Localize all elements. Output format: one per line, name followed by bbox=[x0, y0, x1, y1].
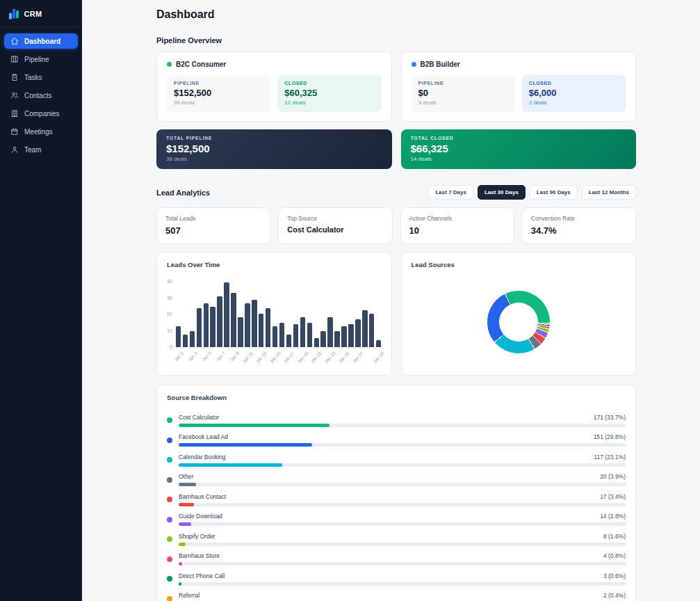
leads-over-time-card: Leads Over Time 403020100 Jan 1Jan 3Jan … bbox=[156, 252, 392, 376]
total-pipeline-card: TOTAL PIPELINE$152,50038 deals bbox=[156, 129, 392, 169]
pipeline-card: B2C ConsumerPIPELINE$152,50035 dealsCLOS… bbox=[156, 51, 392, 122]
sidebar-item-pipeline[interactable]: Pipeline bbox=[4, 51, 78, 67]
source-count: 4 (0.8%) bbox=[603, 552, 626, 559]
source-count: 171 (33.7%) bbox=[594, 414, 626, 421]
source-progress-fill bbox=[179, 424, 329, 427]
filter-last-90-days[interactable]: Last 90 Days bbox=[530, 185, 578, 200]
pipeline-stat-box: PIPELINE$152,50035 deals bbox=[167, 75, 270, 112]
pipeline-name: B2B Builder bbox=[421, 61, 460, 68]
source-count: 3 (0.6%) bbox=[603, 572, 626, 579]
lead-stat-cards: Total Leads507Top SourceCost CalculatorA… bbox=[156, 207, 636, 244]
source-progress-track bbox=[179, 503, 626, 506]
stat-box-amount: $152,500 bbox=[174, 88, 263, 98]
filter-last-30-days[interactable]: Last 30 Days bbox=[478, 185, 526, 200]
bar bbox=[266, 308, 270, 347]
source-progress-track bbox=[179, 562, 626, 566]
bar bbox=[210, 307, 215, 347]
lead-sources-title: Lead Sources bbox=[412, 261, 626, 269]
stat-card: Conversion Rate34.7% bbox=[522, 207, 636, 244]
breakdown-row: Barnhaus Store4 (0.8%) bbox=[167, 549, 626, 569]
sidebar-item-meetings[interactable]: Meetings bbox=[4, 124, 78, 139]
sidebar-nav: DashboardPipelineTasksContactsCompaniesM… bbox=[0, 27, 82, 163]
filter-last-7-days[interactable]: Last 7 Days bbox=[428, 185, 473, 200]
sidebar-item-tasks[interactable]: Tasks bbox=[4, 70, 78, 85]
time-range-filters: Last 7 DaysLast 30 DaysLast 90 DaysLast … bbox=[428, 185, 636, 200]
source-progress-fill bbox=[179, 582, 181, 586]
pipeline-overview-heading: Pipeline Overview bbox=[156, 36, 636, 45]
stat-label: Total Leads bbox=[165, 215, 261, 222]
bar bbox=[204, 303, 209, 347]
person-icon bbox=[10, 145, 19, 154]
bar bbox=[224, 282, 229, 347]
y-tick-label: 40 bbox=[167, 279, 172, 284]
bar bbox=[286, 335, 291, 347]
stat-box-label: CLOSED bbox=[529, 81, 619, 86]
calendar-icon bbox=[10, 127, 19, 136]
bar bbox=[334, 331, 339, 347]
breakdown-row: Other20 (3.9%) bbox=[167, 470, 626, 490]
stat-value: 507 bbox=[165, 225, 261, 236]
bar bbox=[327, 317, 332, 347]
page-title: Dashboard bbox=[156, 8, 636, 21]
bar bbox=[341, 326, 346, 347]
app-logo: CRM bbox=[0, 0, 82, 27]
sidebar-item-dashboard[interactable]: Dashboard bbox=[4, 33, 78, 49]
leads-over-time-chart: 403020100 Jan 1Jan 3Jan 5Jan 7Jan 9Jan 1… bbox=[167, 277, 382, 367]
breakdown-row: Calendar Booking117 (23.1%) bbox=[167, 449, 626, 470]
stat-box-label: PIPELINE bbox=[174, 81, 263, 86]
total-label: TOTAL CLOSED bbox=[411, 136, 627, 141]
sidebar-item-label: Pipeline bbox=[24, 56, 49, 63]
sidebar-item-label: Contacts bbox=[24, 92, 51, 99]
stat-value: 10 bbox=[409, 225, 505, 236]
bar bbox=[183, 335, 188, 347]
stat-box-amount: $6,000 bbox=[529, 88, 619, 98]
sidebar-item-companies[interactable]: Companies bbox=[4, 106, 78, 121]
bar-chart-x-axis: Jan 1Jan 3Jan 5Jan 7Jan 9Jan 11Jan 13Jan… bbox=[176, 349, 382, 367]
y-tick-label: 10 bbox=[167, 328, 172, 333]
y-tick-label: 0 bbox=[167, 344, 172, 349]
source-color-dot bbox=[167, 517, 172, 522]
lead-sources-donut-chart bbox=[487, 291, 550, 353]
sidebar-item-label: Team bbox=[24, 146, 41, 154]
sidebar-item-label: Meetings bbox=[24, 128, 53, 136]
total-closed-card: TOTAL CLOSED$66,32514 deals bbox=[401, 129, 637, 169]
app-name: CRM bbox=[24, 10, 42, 18]
source-name: Facebook Lead Ad bbox=[179, 433, 228, 440]
bar bbox=[314, 338, 319, 347]
source-name: Cost Calculator bbox=[179, 414, 219, 421]
breakdown-row: Cost Calculator171 (33.7%) bbox=[167, 410, 626, 430]
filter-last-12-months[interactable]: Last 12 Months bbox=[582, 185, 636, 200]
stat-box-deals: 3 deals bbox=[418, 99, 508, 106]
stat-value: Cost Calculator bbox=[287, 225, 383, 234]
stat-box-deals: 35 deals bbox=[174, 99, 263, 106]
bar bbox=[190, 331, 195, 347]
source-name: Guide Download bbox=[179, 513, 222, 520]
source-progress-track bbox=[179, 582, 626, 586]
source-progress-fill bbox=[179, 543, 186, 546]
pipeline-card: B2B BuilderPIPELINE$03 dealsCLOSED$6,000… bbox=[401, 51, 637, 122]
source-progress-fill bbox=[179, 522, 191, 526]
source-progress-fill bbox=[179, 483, 196, 486]
pipeline-program-cards: B2C ConsumerPIPELINE$152,50035 dealsCLOS… bbox=[156, 51, 636, 122]
bar bbox=[217, 296, 222, 347]
stat-label: Top Source bbox=[287, 215, 383, 222]
total-label: TOTAL PIPELINE bbox=[166, 136, 382, 141]
sidebar-item-team[interactable]: Team bbox=[4, 142, 78, 157]
stat-box-label: PIPELINE bbox=[418, 81, 508, 86]
source-progress-track bbox=[179, 443, 626, 447]
sidebar-item-contacts[interactable]: Contacts bbox=[4, 88, 78, 103]
source-progress-track bbox=[179, 543, 626, 546]
source-count: 20 (3.9%) bbox=[600, 473, 626, 480]
bar bbox=[300, 317, 305, 347]
source-progress-track bbox=[179, 522, 626, 526]
stat-label: Conversion Rate bbox=[531, 215, 627, 222]
stat-card: Active Channels10 bbox=[400, 207, 514, 244]
source-progress-fill bbox=[179, 503, 194, 506]
source-color-dot bbox=[167, 417, 172, 423]
source-progress-track bbox=[179, 424, 626, 427]
source-name: Shopify Order bbox=[179, 533, 215, 540]
bar bbox=[362, 310, 367, 347]
pipeline-stat-box: PIPELINE$03 deals bbox=[412, 75, 515, 112]
total-amount: $152,500 bbox=[166, 143, 382, 154]
source-color-dot bbox=[167, 596, 172, 601]
